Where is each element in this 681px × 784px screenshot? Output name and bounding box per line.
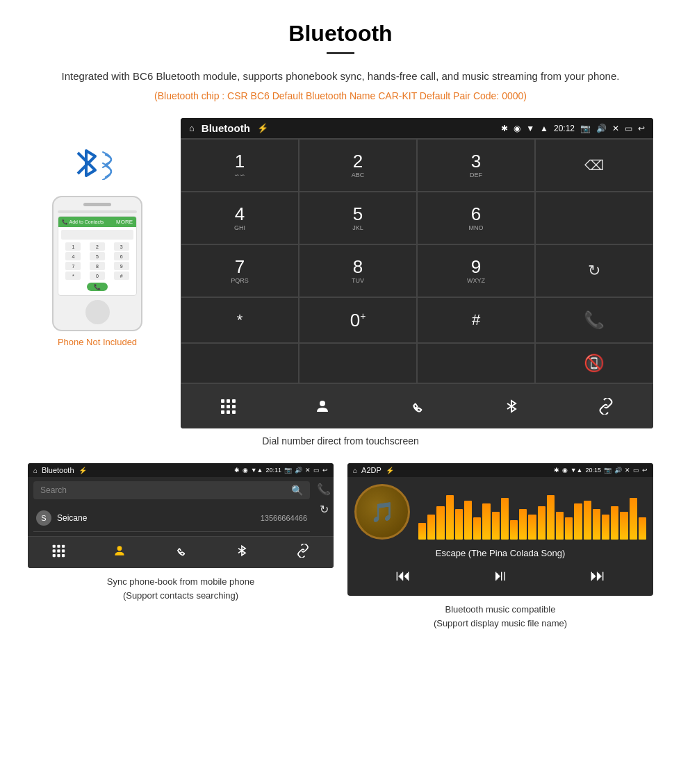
phone-camera <box>58 210 137 213</box>
svg-rect-14 <box>57 549 60 552</box>
bluetooth-waves-icon <box>100 151 121 180</box>
phone-screen-more: MORE <box>116 219 133 225</box>
phone-keypad-row-1: 1 2 3 <box>61 242 133 251</box>
dial-key-4[interactable]: 4 GHI <box>181 192 299 244</box>
music-bar <box>556 512 564 540</box>
pb-loc-icon: ◉ <box>243 467 248 474</box>
music-visualizer <box>418 484 646 540</box>
music-status-right: ✱ ◉ ▼▲ 20:15 📷 🔊 ✕ ▭ ↩ <box>554 467 648 474</box>
dial-keypad: 1 ∽∽ 2 ABC 3 DEF ⌫ 4 GHI <box>181 138 653 383</box>
dial-action-bluetooth[interactable] <box>498 392 525 420</box>
dial-key-6[interactable]: 6 MNO <box>417 192 535 244</box>
pb-btn-bluetooth[interactable] <box>235 544 249 561</box>
dial-key-2[interactable]: 2 ABC <box>299 139 417 192</box>
page-container: Bluetooth Integrated with BC6 Bluetooth … <box>0 0 681 658</box>
dial-key-1[interactable]: 1 ∽∽ <box>181 139 299 192</box>
phonebook-side-icons: 📞 ↻ <box>314 477 334 536</box>
dial-key-star[interactable]: * <box>181 297 299 343</box>
pb-btn-phone[interactable] <box>174 544 188 561</box>
svg-rect-3 <box>221 405 224 408</box>
phone-screen: 📞 Add to Contacts MORE 1 2 3 4 5 <box>58 216 137 296</box>
svg-rect-6 <box>221 410 224 414</box>
dial-action-link[interactable] <box>592 392 620 420</box>
page-description: Integrated with BC6 Bluetooth module, su… <box>28 68 653 85</box>
dial-action-contacts[interactable] <box>309 392 336 420</box>
dial-action-bar <box>181 383 653 428</box>
search-icon[interactable]: 🔍 <box>291 485 303 496</box>
music-bar <box>611 506 618 540</box>
contact-number: 13566664466 <box>261 514 307 522</box>
music-signal-icon: ▼▲ <box>571 467 583 474</box>
pb-btn-link[interactable] <box>296 544 310 561</box>
pb-side-refresh-icon[interactable]: ↻ <box>317 503 331 516</box>
dial-action-phone[interactable] <box>403 392 431 420</box>
music-play-pause-button[interactable]: ⏯ <box>493 567 508 585</box>
dial-wifi-icon: ▲ <box>540 124 548 133</box>
music-bar <box>455 509 463 540</box>
main-section: 📞 Add to Contacts MORE 1 2 3 4 5 <box>28 118 653 428</box>
dial-action-keypad[interactable] <box>214 392 242 420</box>
dial-home-icon[interactable]: ⌂ <box>189 123 195 133</box>
dial-close-icon[interactable]: ✕ <box>612 124 619 133</box>
dial-key-call-green[interactable]: 📞 <box>535 297 653 343</box>
music-content: 🎵 Escape (The Pina Colada Song) ⏮ ⏯ ⏭ <box>347 477 653 596</box>
dial-key-backspace[interactable]: ⌫ <box>535 139 653 192</box>
music-vol-icon: 🔊 <box>614 467 622 474</box>
music-song-title: Escape (The Pina Colada Song) <box>436 548 565 558</box>
pb-btn-contacts[interactable] <box>113 544 126 561</box>
dial-key-3[interactable]: 3 DEF <box>417 139 535 192</box>
music-bar <box>418 523 426 540</box>
dial-usb-icon: ⚡ <box>257 123 268 133</box>
phonebook-search-text: Search <box>40 485 291 495</box>
dial-status-left: ⌂ Bluetooth ⚡ <box>189 122 268 134</box>
dial-key-refresh[interactable]: ↻ <box>535 244 653 297</box>
svg-rect-4 <box>227 405 230 408</box>
dial-key-empty-3 <box>299 343 417 383</box>
music-bar <box>565 517 573 540</box>
dial-key-empty-4 <box>417 343 535 383</box>
dial-screen: ⌂ Bluetooth ⚡ ✱ ◉ ▼ ▲ 20:12 📷 🔊 ✕ ▭ ↩ <box>181 118 653 428</box>
music-bar <box>427 515 435 540</box>
svg-rect-15 <box>62 549 65 552</box>
dial-key-8[interactable]: 8 TUV <box>299 244 417 297</box>
dial-back-icon[interactable]: ↩ <box>638 124 645 133</box>
bluetooth-icon-area <box>74 146 121 187</box>
music-prev-button[interactable]: ⏮ <box>395 567 411 585</box>
svg-rect-5 <box>232 405 236 408</box>
dial-key-7[interactable]: 7 PQRS <box>181 244 299 297</box>
dial-key-9[interactable]: 9 WXYZ <box>417 244 535 297</box>
music-back-icon[interactable]: ↩ <box>642 467 648 474</box>
pb-home-icon[interactable]: ⌂ <box>33 467 38 474</box>
svg-rect-13 <box>53 549 56 552</box>
phonebook-list-area: Search 🔍 S Seicane 13566664466 <box>28 477 314 536</box>
phone-call-button[interactable]: 📞 <box>87 283 108 291</box>
dial-window-icon: ▭ <box>625 124 632 133</box>
music-bar <box>620 512 627 540</box>
music-bar <box>501 498 509 540</box>
music-home-icon[interactable]: ⌂ <box>353 467 357 474</box>
svg-rect-18 <box>62 554 65 557</box>
pb-back-icon[interactable]: ↩ <box>322 467 328 474</box>
pb-win-icon: ▭ <box>313 467 320 474</box>
contact-name[interactable]: Seicane <box>57 513 261 523</box>
dial-key-0[interactable]: 0+ <box>299 297 417 343</box>
dial-key-hash[interactable]: # <box>417 297 535 343</box>
music-screen: ⌂ A2DP ⚡ ✱ ◉ ▼▲ 20:15 📷 🔊 ✕ ▭ ↩ <box>347 463 653 596</box>
music-bar <box>473 517 481 540</box>
pb-usb-icon: ⚡ <box>79 467 87 474</box>
svg-point-9 <box>320 401 325 406</box>
page-title: Bluetooth <box>28 21 653 47</box>
phone-key-9: 9 <box>114 262 129 270</box>
dial-key-5[interactable]: 5 JKL <box>299 192 417 244</box>
pb-btn-keypad[interactable] <box>51 544 65 561</box>
phone-key-3: 3 <box>114 242 129 251</box>
dial-camera-icon: 📷 <box>580 124 591 133</box>
phone-display <box>61 230 133 240</box>
pb-close-icon[interactable]: ✕ <box>305 467 311 474</box>
music-bar <box>436 506 444 540</box>
phone-keypad-row-3: 7 8 9 <box>61 262 133 270</box>
music-next-button[interactable]: ⏭ <box>590 567 605 585</box>
pb-side-call-icon[interactable]: 📞 <box>317 483 331 496</box>
dial-key-call-red[interactable]: 📵 <box>535 343 653 383</box>
music-close-icon[interactable]: ✕ <box>625 467 630 474</box>
